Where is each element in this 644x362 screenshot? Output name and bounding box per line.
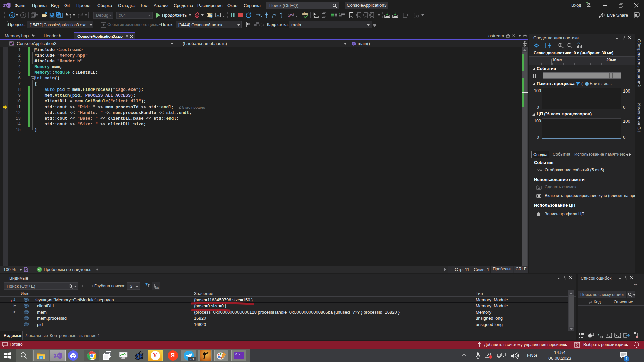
- svg-text:!: !: [598, 333, 599, 337]
- svg-text:ab: ab: [156, 286, 159, 289]
- svg-text:2: 2: [339, 13, 340, 16]
- svg-text:abc: abc: [302, 12, 308, 16]
